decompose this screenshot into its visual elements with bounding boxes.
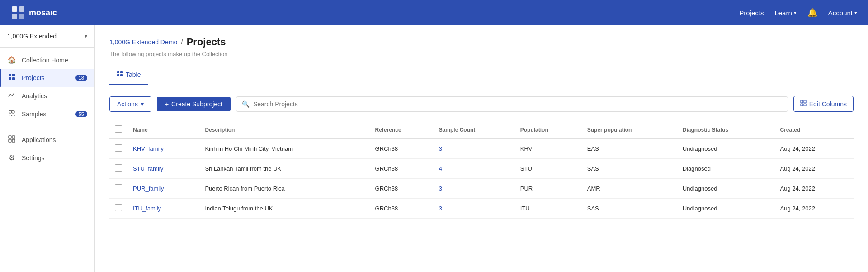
row-diagnostic-status: Undiagnosed xyxy=(677,179,775,199)
main-content: 1,000G Extended Demo / Projects The foll… xyxy=(95,25,868,272)
row-name-link[interactable]: PUR_family xyxy=(133,185,164,192)
notification-bell-icon[interactable]: 🔔 xyxy=(807,8,817,18)
projects-table: Name Description Reference Sample Count … xyxy=(109,121,854,219)
svg-rect-23 xyxy=(804,104,806,106)
row-super-population: SAS xyxy=(582,199,677,219)
row-name: STU_family xyxy=(127,159,199,179)
breadcrumb-separator: / xyxy=(181,38,183,46)
svg-rect-22 xyxy=(801,104,803,106)
applications-icon xyxy=(7,135,16,144)
svg-point-8 xyxy=(10,94,11,95)
svg-rect-6 xyxy=(9,77,11,80)
row-name: KHV_family xyxy=(127,139,199,159)
sidebar-projects-label: Projects xyxy=(22,74,45,81)
sidebar-item-projects[interactable]: Projects 18 xyxy=(0,69,94,87)
table-row: KHV_family Kinh in Ho Chi Minh City, Vie… xyxy=(109,139,854,159)
actions-button[interactable]: Actions ▾ xyxy=(109,96,151,112)
create-label: Create Subproject xyxy=(171,100,222,108)
row-name: PUR_family xyxy=(127,179,199,199)
row-description: Kinh in Ho Chi Minh City, Vietnam xyxy=(199,139,369,159)
settings-icon: ⚙ xyxy=(7,153,16,162)
svg-rect-14 xyxy=(9,139,11,142)
page-title: Projects xyxy=(187,36,226,48)
sidebar-item-collection-home[interactable]: 🏠 Collection Home xyxy=(0,51,94,69)
row-name-link[interactable]: ITU_family xyxy=(133,205,161,212)
col-header-checkbox xyxy=(109,121,127,139)
row-description: Puerto Rican from Puerto Rica xyxy=(199,179,369,199)
select-all-checkbox[interactable] xyxy=(115,125,122,133)
search-bar: 🔍 xyxy=(236,96,788,112)
sidebar-item-analytics[interactable]: Analytics xyxy=(0,87,94,105)
breadcrumb: 1,000G Extended Demo / Projects xyxy=(109,36,854,48)
actions-label: Actions xyxy=(117,100,138,108)
samples-badge: 55 xyxy=(75,111,87,117)
page-header: 1,000G Extended Demo / Projects The foll… xyxy=(95,25,868,65)
learn-link[interactable]: Learn ▾ xyxy=(774,9,796,17)
search-input[interactable] xyxy=(253,100,782,108)
logo[interactable]: mosaic xyxy=(11,5,739,20)
row-checkbox-cell xyxy=(109,159,127,179)
svg-rect-18 xyxy=(117,74,119,76)
svg-rect-15 xyxy=(12,139,15,142)
edit-columns-button[interactable]: Edit Columns xyxy=(793,96,854,112)
samples-icon xyxy=(7,110,16,119)
topnav: mosaic Projects Learn ▾ 🔔 Account ▾ xyxy=(0,0,868,25)
row-checkbox[interactable] xyxy=(115,144,122,152)
table-row: ITU_family Indian Telugu from the UK GRC… xyxy=(109,199,854,219)
projects-label: Projects xyxy=(739,9,764,17)
table-row: PUR_family Puerto Rican from Puerto Rica… xyxy=(109,179,854,199)
row-sample-count: 3 xyxy=(434,139,515,159)
row-population: STU xyxy=(515,159,582,179)
row-sample-count-link[interactable]: 3 xyxy=(439,185,442,192)
row-created: Aug 24, 2022 xyxy=(775,139,854,159)
collection-name: 1,000G Extended... xyxy=(7,33,62,40)
col-header-diagnostic-status: Diagnostic Status xyxy=(677,121,775,139)
breadcrumb-collection-link[interactable]: 1,000G Extended Demo xyxy=(109,38,177,46)
learn-label: Learn xyxy=(774,9,792,17)
row-checkbox[interactable] xyxy=(115,204,122,211)
svg-rect-17 xyxy=(120,71,123,73)
logo-text: mosaic xyxy=(29,8,57,18)
svg-point-9 xyxy=(12,95,13,96)
projects-link[interactable]: Projects xyxy=(739,9,764,17)
col-header-description: Description xyxy=(199,121,369,139)
row-checkbox[interactable] xyxy=(115,184,122,191)
svg-rect-0 xyxy=(12,6,17,12)
row-created: Aug 24, 2022 xyxy=(775,179,854,199)
edit-columns-label: Edit Columns xyxy=(809,100,847,108)
row-checkbox[interactable] xyxy=(115,164,122,172)
page-subtitle: The following projects make up the Colle… xyxy=(109,51,854,57)
row-reference: GRCh38 xyxy=(370,179,434,199)
table-toolbar: Actions ▾ + Create Subproject 🔍 xyxy=(109,96,854,112)
row-name-link[interactable]: KHV_family xyxy=(133,145,164,152)
row-sample-count: 3 xyxy=(434,179,515,199)
row-reference: GRCh38 xyxy=(370,159,434,179)
sidebar-item-samples[interactable]: Samples 55 xyxy=(0,105,94,123)
col-header-population: Population xyxy=(515,121,582,139)
svg-rect-12 xyxy=(9,136,11,138)
sidebar-item-applications[interactable]: Applications xyxy=(0,131,94,149)
collection-selector[interactable]: 1,000G Extended... ▾ xyxy=(0,25,94,48)
account-link[interactable]: Account ▾ xyxy=(828,9,857,17)
sidebar-divider xyxy=(0,127,94,127)
col-header-name: Name xyxy=(127,121,199,139)
create-subproject-button[interactable]: + Create Subproject xyxy=(157,97,231,111)
sidebar-item-settings[interactable]: ⚙ Settings xyxy=(0,149,94,167)
create-plus-icon: + xyxy=(165,100,169,108)
sidebar-item-label: Collection Home xyxy=(22,57,68,64)
tab-table[interactable]: Table xyxy=(109,65,148,85)
tabs-bar: Table xyxy=(95,65,868,85)
svg-rect-3 xyxy=(19,14,24,19)
row-diagnostic-status: Diagnosed xyxy=(677,159,775,179)
row-sample-count-link[interactable]: 4 xyxy=(439,165,442,172)
row-description: Sri Lankan Tamil from the UK xyxy=(199,159,369,179)
row-created: Aug 24, 2022 xyxy=(775,199,854,219)
row-name-link[interactable]: STU_family xyxy=(133,165,163,172)
row-sample-count-link[interactable]: 3 xyxy=(439,205,442,212)
row-sample-count: 4 xyxy=(434,159,515,179)
svg-rect-1 xyxy=(19,6,24,12)
row-sample-count-link[interactable]: 3 xyxy=(439,145,442,152)
svg-rect-20 xyxy=(801,100,803,103)
table-tab-icon xyxy=(117,71,123,78)
svg-rect-19 xyxy=(120,74,123,76)
